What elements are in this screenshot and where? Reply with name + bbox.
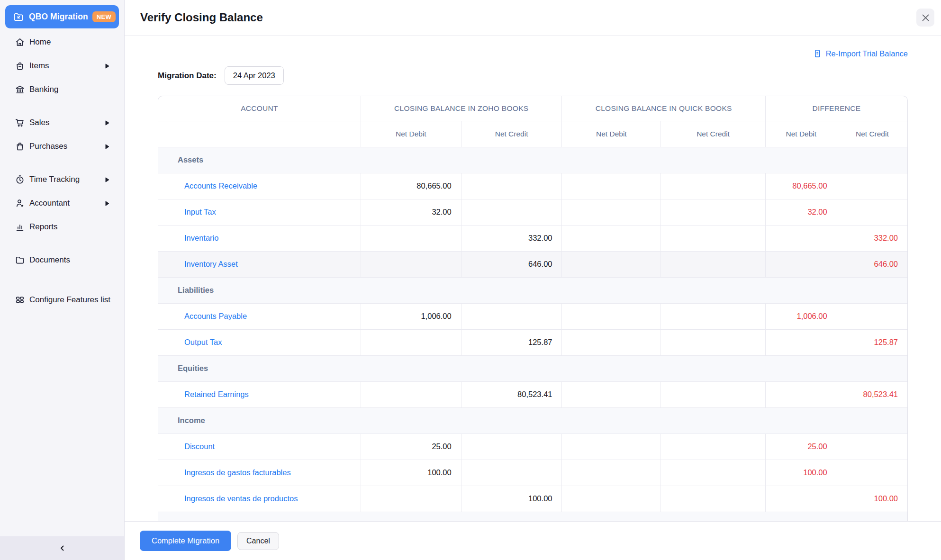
account-group-row: Income	[158, 407, 907, 434]
sidebar-collapse-button[interactable]	[0, 536, 124, 560]
complete-migration-button[interactable]: Complete Migration	[140, 531, 231, 551]
reimport-trial-balance-link[interactable]: Re-Import Trial Balance	[813, 49, 908, 58]
page-title: Verify Closing Balance	[140, 11, 916, 24]
diff-credit-value: 332.00	[837, 225, 907, 251]
zb-credit-value: 646.00	[461, 251, 562, 277]
account-link[interactable]: Accounts Receivable	[184, 181, 257, 190]
items-icon	[15, 61, 25, 71]
diff-debit-value: 32.00	[765, 199, 837, 225]
account-link[interactable]: Output Tax	[184, 338, 222, 346]
column-subheader: Net Credit	[661, 121, 766, 147]
account-cell: Inventory Asset	[158, 251, 361, 277]
migration-date-input[interactable]: 24 Apr 2023	[225, 66, 284, 85]
sidebar-nav: HomeItemsBankingSalesPurchasesTime Track…	[0, 30, 124, 536]
diff-credit-value	[837, 303, 907, 329]
sidebar-item-time-tracking[interactable]: Time Tracking	[0, 168, 124, 191]
banking-icon	[15, 84, 25, 95]
zb-debit-value: 80,665.00	[361, 173, 461, 199]
sidebar-item-items[interactable]: Items	[0, 54, 124, 78]
zb-debit-value: 25.00	[361, 434, 461, 460]
sidebar-item-purchases[interactable]: Purchases	[0, 135, 124, 158]
diff-debit-value: 25.00	[765, 434, 837, 460]
sidebar-item-documents[interactable]: Documents	[0, 248, 124, 272]
diff-debit-value: 80,665.00	[765, 173, 837, 199]
qb-credit-value	[661, 329, 766, 355]
qb-credit-value	[661, 251, 766, 277]
chevron-left-icon	[59, 544, 65, 552]
expand-arrow-icon	[105, 120, 109, 126]
column-subheader: Net Credit	[461, 121, 562, 147]
diff-debit-value	[765, 329, 837, 355]
account-link[interactable]: Accounts Payable	[184, 312, 247, 320]
account-link[interactable]: Ingresos de gastos facturables	[184, 468, 291, 477]
qb-credit-value	[661, 460, 766, 486]
account-cell: Output Tax	[158, 329, 361, 355]
sidebar-item-sales[interactable]: Sales	[0, 111, 124, 135]
qb-credit-value	[661, 434, 766, 460]
account-group-row: Equities	[158, 355, 907, 381]
qb-debit-value	[562, 381, 661, 407]
account-link[interactable]: Inventory Asset	[184, 260, 238, 268]
nav-group: Configure Features list	[0, 288, 124, 312]
sidebar-item-label: Time Tracking	[29, 175, 105, 184]
zb-debit-value: 1,006.00	[361, 303, 461, 329]
zb-credit-value: 125.87	[461, 329, 562, 355]
column-subheader: Net Credit	[837, 121, 907, 147]
table-row: Discount25.0025.00	[158, 434, 907, 460]
table-row: Input Tax32.0032.00	[158, 199, 907, 225]
nav-group: SalesPurchases	[0, 111, 124, 158]
account-link[interactable]: Ingresos de ventas de productos	[184, 494, 298, 503]
zb-credit-value: 332.00	[461, 225, 562, 251]
closing-balance-table: ACCOUNT CLOSING BALANCE IN ZOHO BOOKS CL…	[158, 96, 908, 521]
new-badge: NEW	[92, 11, 116, 22]
account-link[interactable]: Discount	[184, 442, 215, 451]
account-link[interactable]: Input Tax	[184, 208, 216, 216]
diff-credit-value	[837, 173, 907, 199]
qb-debit-value	[562, 199, 661, 225]
zb-debit-value	[361, 486, 461, 512]
sidebar-item-banking[interactable]: Banking	[0, 78, 124, 101]
nav-group: Time TrackingAccountantReports	[0, 168, 124, 239]
sidebar-item-label: QBO Migration	[29, 12, 88, 22]
sidebar-item-label: Accountant	[29, 199, 105, 208]
close-icon	[922, 14, 930, 22]
zb-credit-value: 100.00	[461, 486, 562, 512]
qb-debit-value	[562, 251, 661, 277]
account-link[interactable]: Retained Earnings	[184, 390, 249, 398]
sidebar-item-label: Documents	[29, 255, 114, 265]
zb-credit-value	[461, 173, 562, 199]
sidebar-item-configure-features-list[interactable]: Configure Features list	[0, 288, 124, 312]
account-cell: Retained Earnings	[158, 381, 361, 407]
column-header-difference: DIFFERENCE	[765, 96, 907, 121]
sidebar-item-accountant[interactable]: Accountant	[0, 191, 124, 215]
expand-arrow-icon	[105, 144, 109, 149]
diff-credit-value	[837, 434, 907, 460]
sidebar-item-label: Home	[29, 37, 114, 47]
diff-debit-value	[765, 251, 837, 277]
diff-credit-value: 646.00	[837, 251, 907, 277]
column-subheader: Net Debit	[765, 121, 837, 147]
sales-icon	[15, 117, 25, 128]
account-group-label: Income	[158, 407, 907, 434]
modal-footer: Complete Migration Cancel	[125, 521, 941, 560]
sidebar-item-label: Banking	[29, 85, 114, 94]
column-header-account: ACCOUNT	[158, 96, 361, 121]
zb-debit-value: 100.00	[361, 460, 461, 486]
cancel-button[interactable]: Cancel	[237, 532, 279, 550]
zb-credit-value	[461, 303, 562, 329]
clipped-row	[158, 512, 907, 521]
qb-debit-value	[562, 303, 661, 329]
account-cell: Input Tax	[158, 199, 361, 225]
verify-closing-balance-panel: Verify Closing Balance Re-Import Trial B…	[125, 0, 941, 560]
diff-debit-value	[765, 381, 837, 407]
account-link[interactable]: Inventario	[184, 234, 218, 242]
close-button[interactable]	[916, 9, 934, 27]
qb-credit-value	[661, 199, 766, 225]
zb-debit-value	[361, 225, 461, 251]
sidebar-item-label: Purchases	[29, 142, 105, 151]
sidebar-item-reports[interactable]: Reports	[0, 215, 124, 239]
sidebar-item-qbo-migration[interactable]: QBO Migration NEW	[5, 5, 119, 28]
qb-credit-value	[661, 225, 766, 251]
folder-import-icon	[13, 11, 24, 23]
sidebar-item-home[interactable]: Home	[0, 30, 124, 54]
